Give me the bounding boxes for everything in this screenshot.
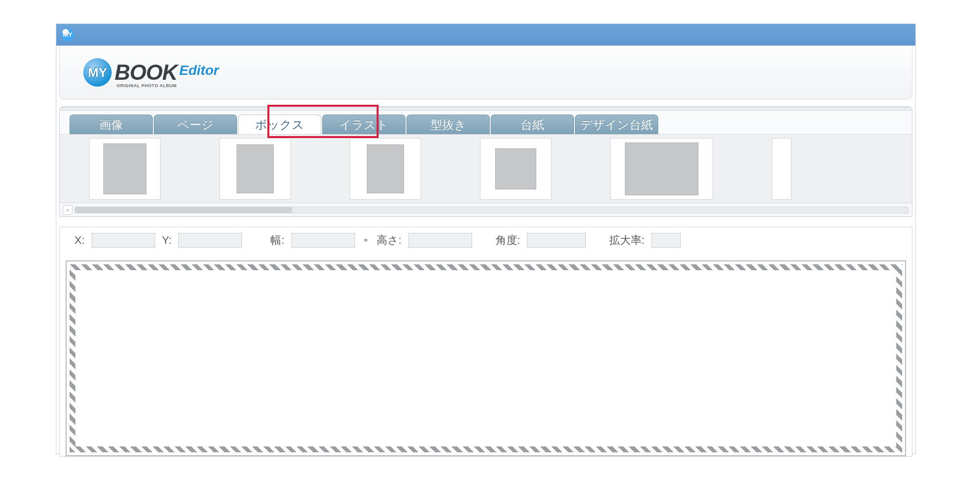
tabs-top-bevel [60,107,912,111]
box-thumbnail[interactable] [480,138,551,200]
logo-subtitle: ORIGINAL PHOTO ALBUM [117,84,177,88]
tab-image[interactable]: 画像 [70,115,153,134]
tab-design-mount[interactable]: デザイン台紙 [575,115,658,134]
thumbnail-scrollbar: ‹ [60,203,912,216]
zoom-label: 拡大率: [609,233,645,248]
height-input[interactable] [408,233,472,248]
width-input[interactable] [291,233,355,248]
tab-page[interactable]: ページ [154,115,237,134]
canvas-bleed-border [70,264,902,452]
box-thumbnail[interactable] [89,138,161,200]
logo-my-badge: MY [83,58,112,87]
box-thumbnail[interactable] [610,138,713,200]
y-input[interactable] [178,233,242,248]
thumbnail-strip [60,134,912,203]
app-icon: MY [61,28,74,41]
x-input[interactable] [92,233,155,248]
properties-row: X: Y: 幅: ⚭ 高さ: 角度: 拡大率: [60,227,912,254]
canvas-outer[interactable] [66,260,906,456]
width-label: 幅: [270,233,284,248]
thumbnail-shape-icon [625,142,698,195]
titlebar: MY [56,24,915,46]
angle-input[interactable] [527,233,586,248]
tab-box[interactable]: ボックス [238,115,321,134]
canvas-area [60,260,912,456]
tab-illust[interactable]: イラスト [322,115,406,134]
angle-label: 角度: [496,233,520,248]
logo-book-text: BOOK [115,60,177,84]
app-window: MY MY BOOKEditor ORIGINAL PHOTO ALBUM 画像… [56,23,916,454]
scroll-left-button[interactable]: ‹ [63,205,72,215]
tabs-panel: 画像 ページ ボックス イラスト 型抜き 台紙 デザイン台紙 ‹ [59,106,912,217]
box-thumbnail[interactable] [772,138,791,200]
scroll-thumb[interactable] [75,207,292,213]
thumbnail-shape-icon [103,143,146,194]
box-thumbnail[interactable] [219,138,291,200]
y-label: Y: [162,234,172,247]
box-thumbnail[interactable] [350,138,421,200]
zoom-input[interactable] [651,233,681,248]
link-aspect-icon[interactable]: ⚭ [362,233,370,247]
header-panel: MY BOOKEditor ORIGINAL PHOTO ALBUM [59,46,912,99]
tabs-row: 画像 ページ ボックス イラスト 型抜き 台紙 デザイン台紙 [60,111,912,134]
logo-editor-text: Editor [179,63,219,78]
thumbnail-shape-icon [237,144,274,193]
x-label: X: [74,234,85,247]
tab-diecut[interactable]: 型抜き [406,115,490,134]
scroll-track[interactable] [74,207,909,213]
thumbnail-shape-icon [367,144,404,193]
app-logo: MY BOOKEditor ORIGINAL PHOTO ALBUM [83,58,219,87]
height-label: 高さ: [377,233,402,248]
thumbnail-shape-icon [495,148,536,189]
tab-mount[interactable]: 台紙 [491,115,574,134]
properties-panel: X: Y: 幅: ⚭ 高さ: 角度: 拡大率: [59,227,912,457]
